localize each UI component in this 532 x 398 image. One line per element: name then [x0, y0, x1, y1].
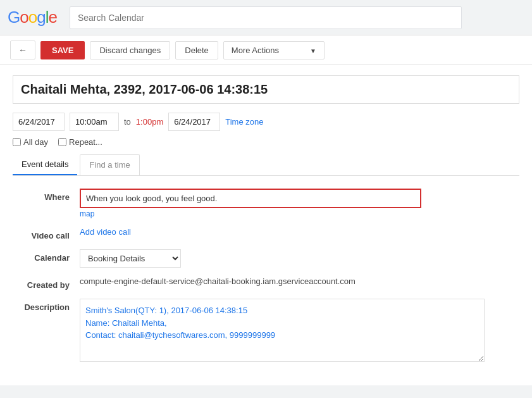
- discard-button[interactable]: Discard changes: [90, 41, 170, 59]
- repeat-checkbox[interactable]: [58, 138, 66, 146]
- description-value: [80, 299, 519, 364]
- tab-event-details[interactable]: Event details: [13, 154, 77, 175]
- created-by-value: compute-engine-default-service@chaitali-…: [80, 277, 519, 286]
- start-time-input[interactable]: [70, 113, 119, 131]
- repeat-label[interactable]: Repeat...: [58, 137, 102, 147]
- description-row: Description: [13, 299, 519, 364]
- search-bar[interactable]: [70, 6, 462, 29]
- video-call-value: Add video call: [80, 227, 519, 237]
- created-by-text: compute-engine-default-service@chaitali-…: [80, 274, 356, 286]
- form-section: Where map Video call Add video call Cale…: [13, 186, 519, 375]
- end-date-input[interactable]: [168, 113, 220, 131]
- where-input[interactable]: [80, 189, 421, 208]
- calendar-value: Booking Details: [80, 249, 519, 268]
- chevron-down-icon: [310, 46, 316, 55]
- toolbar: ← SAVE Discard changes Delete More Actio…: [0, 35, 532, 65]
- datetime-row: to 1:00pm Time zone: [13, 113, 519, 131]
- allday-checkbox[interactable]: [13, 138, 21, 146]
- header: Google: [0, 0, 532, 35]
- description-label: Description: [13, 299, 70, 312]
- where-label: Where: [13, 189, 70, 202]
- main-content: Chaitali Mehta, 2392, 2017-06-06 14:38:1…: [0, 65, 532, 385]
- event-title: Chaitali Mehta, 2392, 2017-06-06 14:38:1…: [13, 75, 519, 104]
- description-textarea[interactable]: [80, 299, 485, 362]
- video-call-label: Video call: [13, 227, 70, 240]
- calendar-select[interactable]: Booking Details: [80, 249, 181, 268]
- back-button[interactable]: ←: [10, 40, 35, 59]
- video-call-row: Video call Add video call: [13, 227, 519, 240]
- delete-button[interactable]: Delete: [175, 41, 218, 59]
- to-label: to: [124, 117, 131, 127]
- more-actions-button[interactable]: More Actions: [223, 41, 325, 59]
- calendar-row: Calendar Booking Details: [13, 249, 519, 268]
- timezone-link[interactable]: Time zone: [225, 117, 263, 127]
- search-input[interactable]: [78, 13, 454, 23]
- calendar-label: Calendar: [13, 249, 70, 263]
- created-by-row: Created by compute-engine-default-servic…: [13, 277, 519, 290]
- add-video-link[interactable]: Add video call: [80, 227, 131, 237]
- where-value: map: [80, 189, 519, 218]
- created-by-label: Created by: [13, 277, 70, 290]
- end-time-display: 1:00pm: [136, 117, 163, 127]
- checkbox-row: All day Repeat...: [13, 137, 519, 147]
- tabs-row: Event details Find a time: [13, 154, 519, 176]
- allday-label[interactable]: All day: [13, 137, 48, 147]
- map-link[interactable]: map: [80, 209, 519, 218]
- start-date-input[interactable]: [13, 113, 65, 131]
- save-button[interactable]: SAVE: [40, 41, 85, 59]
- where-row: Where map: [13, 189, 519, 218]
- google-logo: Google: [8, 8, 57, 27]
- tab-find-time[interactable]: Find a time: [80, 154, 139, 175]
